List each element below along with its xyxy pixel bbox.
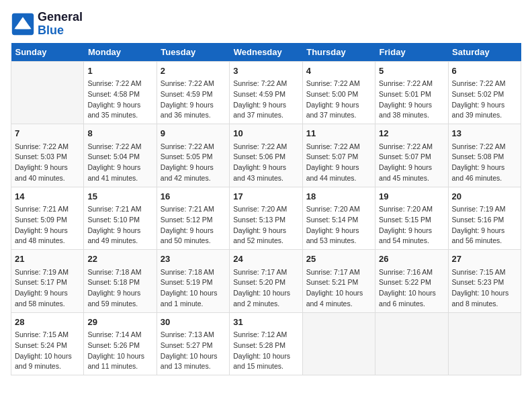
calendar-day-cell: 24Sunrise: 7:17 AM Sunset: 5:20 PM Dayli… bbox=[230, 250, 302, 313]
day-number: 20 bbox=[452, 190, 517, 203]
calendar-day-cell: 28Sunrise: 7:15 AM Sunset: 5:24 PM Dayli… bbox=[11, 312, 84, 375]
day-number: 14 bbox=[15, 190, 80, 203]
day-info: Sunrise: 7:15 AM Sunset: 5:24 PM Dayligh… bbox=[15, 330, 80, 372]
day-number: 22 bbox=[87, 253, 152, 266]
day-number: 29 bbox=[87, 316, 152, 329]
calendar-day-cell: 18Sunrise: 7:20 AM Sunset: 5:14 PM Dayli… bbox=[302, 187, 375, 250]
weekday-header-row: SundayMondayTuesdayWednesdayThursdayFrid… bbox=[11, 43, 521, 62]
calendar-day-cell bbox=[302, 312, 375, 375]
day-info: Sunrise: 7:12 AM Sunset: 5:28 PM Dayligh… bbox=[233, 330, 298, 372]
day-number: 6 bbox=[452, 64, 517, 78]
logo-text: General Blue bbox=[38, 11, 83, 38]
calendar-day-cell: 17Sunrise: 7:20 AM Sunset: 5:13 PM Dayli… bbox=[230, 187, 302, 250]
weekday-header-sunday: Sunday bbox=[11, 43, 84, 62]
page-header: General Blue bbox=[11, 11, 521, 38]
day-number: 23 bbox=[161, 253, 226, 266]
logo-icon bbox=[11, 12, 35, 36]
day-info: Sunrise: 7:14 AM Sunset: 5:26 PM Dayligh… bbox=[87, 330, 152, 372]
calendar-day-cell: 26Sunrise: 7:16 AM Sunset: 5:22 PM Dayli… bbox=[375, 250, 448, 313]
calendar-week-row: 28Sunrise: 7:15 AM Sunset: 5:24 PM Dayli… bbox=[11, 312, 521, 375]
calendar-day-cell: 5Sunrise: 7:22 AM Sunset: 5:01 PM Daylig… bbox=[375, 61, 448, 124]
calendar-day-cell: 11Sunrise: 7:22 AM Sunset: 5:07 PM Dayli… bbox=[302, 124, 375, 187]
calendar-week-row: 7Sunrise: 7:22 AM Sunset: 5:03 PM Daylig… bbox=[11, 124, 521, 187]
day-info: Sunrise: 7:22 AM Sunset: 5:07 PM Dayligh… bbox=[379, 142, 444, 184]
weekday-header-monday: Monday bbox=[84, 43, 157, 62]
day-number: 25 bbox=[306, 253, 371, 266]
day-number: 11 bbox=[306, 127, 371, 140]
day-info: Sunrise: 7:20 AM Sunset: 5:15 PM Dayligh… bbox=[379, 204, 444, 246]
day-info: Sunrise: 7:18 AM Sunset: 5:18 PM Dayligh… bbox=[87, 267, 152, 310]
day-info: Sunrise: 7:17 AM Sunset: 5:21 PM Dayligh… bbox=[306, 267, 371, 310]
calendar-week-row: 1Sunrise: 7:22 AM Sunset: 4:58 PM Daylig… bbox=[11, 61, 521, 124]
day-info: Sunrise: 7:22 AM Sunset: 5:03 PM Dayligh… bbox=[15, 142, 80, 184]
calendar-day-cell: 31Sunrise: 7:12 AM Sunset: 5:28 PM Dayli… bbox=[230, 312, 302, 375]
day-number: 5 bbox=[379, 64, 444, 78]
weekday-header-thursday: Thursday bbox=[302, 43, 375, 62]
day-number: 19 bbox=[379, 190, 444, 203]
calendar-day-cell: 23Sunrise: 7:18 AM Sunset: 5:19 PM Dayli… bbox=[157, 250, 229, 313]
day-info: Sunrise: 7:19 AM Sunset: 5:17 PM Dayligh… bbox=[15, 267, 80, 310]
calendar-week-row: 14Sunrise: 7:21 AM Sunset: 5:09 PM Dayli… bbox=[11, 187, 521, 250]
calendar-day-cell: 30Sunrise: 7:13 AM Sunset: 5:27 PM Dayli… bbox=[157, 312, 229, 375]
day-number: 8 bbox=[87, 127, 152, 140]
day-info: Sunrise: 7:21 AM Sunset: 5:12 PM Dayligh… bbox=[161, 204, 226, 246]
day-number: 9 bbox=[161, 127, 226, 140]
day-number: 24 bbox=[233, 253, 298, 266]
calendar-day-cell: 19Sunrise: 7:20 AM Sunset: 5:15 PM Dayli… bbox=[375, 187, 448, 250]
day-info: Sunrise: 7:22 AM Sunset: 5:08 PM Dayligh… bbox=[452, 142, 517, 184]
day-info: Sunrise: 7:13 AM Sunset: 5:27 PM Dayligh… bbox=[161, 330, 226, 372]
calendar-day-cell: 9Sunrise: 7:22 AM Sunset: 5:05 PM Daylig… bbox=[157, 124, 229, 187]
calendar-day-cell: 8Sunrise: 7:22 AM Sunset: 5:04 PM Daylig… bbox=[84, 124, 157, 187]
day-number: 12 bbox=[379, 127, 444, 140]
calendar-day-cell: 29Sunrise: 7:14 AM Sunset: 5:26 PM Dayli… bbox=[84, 312, 157, 375]
day-info: Sunrise: 7:22 AM Sunset: 5:01 PM Dayligh… bbox=[379, 79, 444, 121]
day-number: 10 bbox=[233, 127, 298, 140]
calendar-day-cell: 27Sunrise: 7:15 AM Sunset: 5:23 PM Dayli… bbox=[448, 250, 521, 313]
calendar-day-cell bbox=[448, 312, 521, 375]
day-info: Sunrise: 7:22 AM Sunset: 5:04 PM Dayligh… bbox=[87, 142, 152, 184]
calendar-day-cell: 13Sunrise: 7:22 AM Sunset: 5:08 PM Dayli… bbox=[448, 124, 521, 187]
calendar-day-cell: 14Sunrise: 7:21 AM Sunset: 5:09 PM Dayli… bbox=[11, 187, 84, 250]
calendar-day-cell: 10Sunrise: 7:22 AM Sunset: 5:06 PM Dayli… bbox=[230, 124, 302, 187]
day-info: Sunrise: 7:21 AM Sunset: 5:09 PM Dayligh… bbox=[15, 204, 80, 246]
day-number: 31 bbox=[233, 316, 298, 329]
calendar-day-cell: 6Sunrise: 7:22 AM Sunset: 5:02 PM Daylig… bbox=[448, 61, 521, 124]
day-number: 28 bbox=[15, 316, 80, 329]
calendar-day-cell: 25Sunrise: 7:17 AM Sunset: 5:21 PM Dayli… bbox=[302, 250, 375, 313]
weekday-header-friday: Friday bbox=[375, 43, 448, 62]
day-info: Sunrise: 7:20 AM Sunset: 5:14 PM Dayligh… bbox=[306, 204, 371, 246]
day-number: 17 bbox=[233, 190, 298, 203]
weekday-header-saturday: Saturday bbox=[448, 43, 521, 62]
day-info: Sunrise: 7:22 AM Sunset: 4:59 PM Dayligh… bbox=[233, 79, 298, 121]
day-number: 2 bbox=[161, 64, 226, 78]
day-info: Sunrise: 7:22 AM Sunset: 5:07 PM Dayligh… bbox=[306, 142, 371, 184]
calendar-day-cell bbox=[375, 312, 448, 375]
day-number: 3 bbox=[233, 64, 298, 78]
calendar-day-cell bbox=[11, 61, 84, 124]
day-number: 13 bbox=[452, 127, 517, 140]
day-info: Sunrise: 7:18 AM Sunset: 5:19 PM Dayligh… bbox=[161, 267, 226, 310]
day-number: 1 bbox=[87, 64, 152, 78]
day-info: Sunrise: 7:19 AM Sunset: 5:16 PM Dayligh… bbox=[452, 204, 517, 246]
day-info: Sunrise: 7:22 AM Sunset: 5:05 PM Dayligh… bbox=[161, 142, 226, 184]
day-info: Sunrise: 7:17 AM Sunset: 5:20 PM Dayligh… bbox=[233, 267, 298, 310]
calendar-day-cell: 12Sunrise: 7:22 AM Sunset: 5:07 PM Dayli… bbox=[375, 124, 448, 187]
day-info: Sunrise: 7:22 AM Sunset: 5:02 PM Dayligh… bbox=[452, 79, 517, 121]
day-info: Sunrise: 7:15 AM Sunset: 5:23 PM Dayligh… bbox=[452, 267, 517, 310]
day-info: Sunrise: 7:22 AM Sunset: 4:59 PM Dayligh… bbox=[161, 79, 226, 121]
weekday-header-wednesday: Wednesday bbox=[230, 43, 302, 62]
day-info: Sunrise: 7:20 AM Sunset: 5:13 PM Dayligh… bbox=[233, 204, 298, 246]
day-info: Sunrise: 7:22 AM Sunset: 5:00 PM Dayligh… bbox=[306, 79, 371, 121]
day-number: 7 bbox=[15, 127, 80, 140]
calendar-table: SundayMondayTuesdayWednesdayThursdayFrid… bbox=[11, 43, 521, 376]
calendar-day-cell: 1Sunrise: 7:22 AM Sunset: 4:58 PM Daylig… bbox=[84, 61, 157, 124]
day-number: 18 bbox=[306, 190, 371, 203]
day-info: Sunrise: 7:21 AM Sunset: 5:10 PM Dayligh… bbox=[87, 204, 152, 246]
calendar-day-cell: 2Sunrise: 7:22 AM Sunset: 4:59 PM Daylig… bbox=[157, 61, 229, 124]
day-number: 15 bbox=[87, 190, 152, 203]
day-number: 30 bbox=[161, 316, 226, 329]
day-number: 27 bbox=[452, 253, 517, 266]
day-info: Sunrise: 7:16 AM Sunset: 5:22 PM Dayligh… bbox=[379, 267, 444, 310]
svg-rect-2 bbox=[15, 26, 30, 29]
calendar-day-cell: 22Sunrise: 7:18 AM Sunset: 5:18 PM Dayli… bbox=[84, 250, 157, 313]
